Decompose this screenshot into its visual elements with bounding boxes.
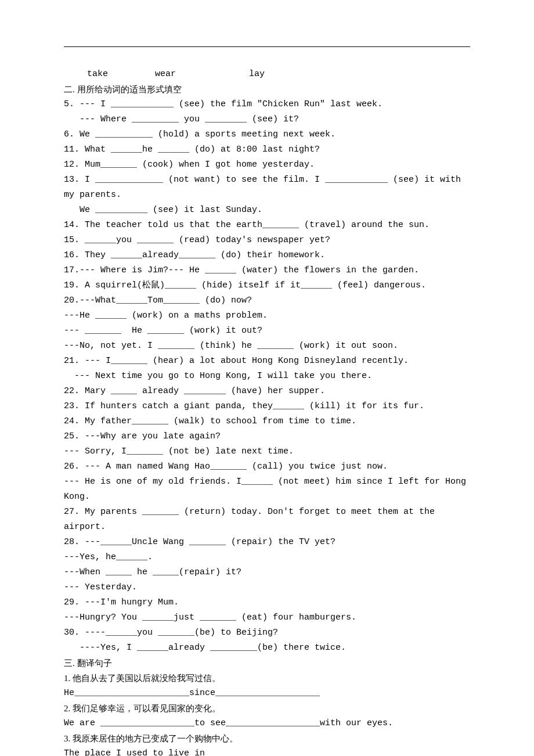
q24: 24. My father_______ (walk) to school fr…	[64, 414, 470, 429]
q12: 12. Mum_______ (cook) when I got home ye…	[64, 157, 470, 172]
t1-question: 1. 他自从去了美国以后就没给我写过信。	[64, 671, 470, 686]
q20-line4: ---No, not yet. I _______ (think) he ___…	[64, 339, 470, 354]
q19: 19. A squirrel(松鼠)______ (hide) itself i…	[64, 278, 470, 293]
q28-line4: --- Yesterday.	[64, 580, 470, 595]
q13-line2: We __________ (see) it last Sunday.	[64, 203, 470, 218]
q22: 22. Mary _____ already ________ (have) h…	[64, 384, 470, 399]
top-rule	[64, 46, 470, 47]
section-2-heading: 二. 用所给动词的适当形式填空	[64, 82, 470, 97]
t2-answer: We are __________________to see_________…	[64, 716, 470, 731]
q20-line3: --- _______ He _______ (work) it out?	[64, 323, 470, 339]
q28-line3: ---When _____ he _____(repair) it?	[64, 565, 470, 580]
q21-line1: 21. --- I_______ (hear) a lot about Hong…	[64, 354, 470, 369]
q25-line1: 25. ---Why are you late again?	[64, 429, 470, 444]
q29-line1: 29. ---I'm hungry Mum.	[64, 595, 470, 610]
q30-line1: 30. ----______you _______(be) to Beijing…	[64, 625, 470, 640]
t3-question: 3. 我原来居住的地方已变成了一个购物中心。	[64, 731, 470, 746]
page-container: take wear lay 二. 用所给动词的适当形式填空 5. --- I _…	[0, 0, 534, 756]
q27: 27. My parents _______ (return) today. D…	[64, 505, 470, 535]
t1-answer: He______________________since___________…	[64, 686, 470, 701]
q20-line1: 20.---What______Tom_______ (do) now?	[64, 293, 470, 308]
q23: 23. If hunters catch a giant panda, they…	[64, 399, 470, 414]
q15: 15. ______you _______ (read) today's new…	[64, 233, 470, 248]
q26-line1: 26. --- A man named Wang Hao_______ (cal…	[64, 459, 470, 474]
t2-question: 2. 我们足够幸运，可以看见国家的变化。	[64, 701, 470, 716]
t3-answer: The place I used to live in_____________…	[64, 746, 470, 756]
q21-line2: --- Next time you go to Hong Kong, I wil…	[64, 369, 470, 384]
q5-line2: --- Where _________ you ________ (see) i…	[64, 112, 470, 127]
q28-line1: 28. ---______Uncle Wang _______ (repair)…	[64, 535, 470, 550]
q25-line2: --- Sorry, I_______ (not be) late next t…	[64, 444, 470, 459]
q5-line1: 5. --- I ____________ (see) the film "Ch…	[64, 97, 470, 112]
q16: 16. They ______already_______ (do) their…	[64, 248, 470, 263]
q30-line2: ----Yes, I ______already _________(be) t…	[64, 640, 470, 656]
q26-line2: --- He is one of my old friends. I______…	[64, 474, 470, 505]
q11: 11. What ______he ______ (do) at 8:00 la…	[64, 142, 470, 157]
q6: 6. We ___________ (hold) a sports meetin…	[64, 127, 470, 142]
q13-line1: 13. I _____________ (not want) to see th…	[64, 172, 470, 203]
q14: 14. The teacher told us that the earth__…	[64, 218, 470, 233]
q28-line2: ---Yes, he______.	[64, 550, 470, 565]
content-body: take wear lay 二. 用所给动词的适当形式填空 5. --- I _…	[64, 67, 470, 756]
q20-line2: ---He ______ (work) on a maths problem.	[64, 308, 470, 323]
q29-line2: ---Hungry? You ______just _______ (eat) …	[64, 610, 470, 625]
vocab-row: take wear lay	[64, 67, 470, 82]
q17: 17.--- Where is Jim?--- He ______ (water…	[64, 263, 470, 278]
section-3-heading: 三. 翻译句子	[64, 656, 470, 671]
